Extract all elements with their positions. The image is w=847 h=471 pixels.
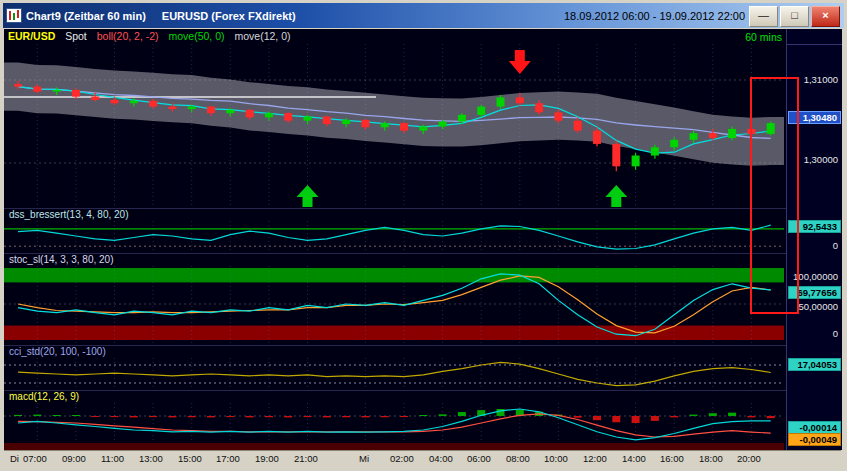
cci-chart[interactable] bbox=[4, 358, 784, 390]
axis-value: -0,00049 bbox=[788, 433, 841, 446]
window-title: Chart9 (Zeitbar 60 min) bbox=[26, 10, 146, 22]
annotation-rectangle[interactable] bbox=[750, 77, 799, 314]
panel-label-stoc: stoc_sl(14, 3, 3, 80, 20) bbox=[4, 253, 789, 266]
time-axis-label: 08:00 bbox=[506, 453, 530, 464]
time-axis-label: 07:00 bbox=[23, 453, 47, 464]
buy-arrow-icon bbox=[605, 185, 627, 207]
axis-value: 0 bbox=[788, 328, 841, 340]
stochastic-chart[interactable] bbox=[4, 266, 784, 345]
macd-chart[interactable] bbox=[4, 403, 784, 450]
minimize-button[interactable]: — bbox=[749, 6, 778, 27]
buy-arrow-icon bbox=[297, 185, 319, 207]
ma12-indicator-label: move(12, 0) bbox=[234, 30, 290, 42]
time-axis-label: 13:00 bbox=[139, 453, 163, 464]
ma50-indicator-label: move(50, 0) bbox=[169, 30, 225, 42]
symbol-label: EUR/USD bbox=[8, 30, 55, 42]
axis-value: 17,04053 bbox=[788, 358, 841, 371]
time-axis-label: 12:00 bbox=[583, 453, 607, 464]
panel-label-macd: macd(12, 26, 9) bbox=[4, 390, 789, 403]
time-axis-label: 21:00 bbox=[294, 453, 318, 464]
price-axis-header bbox=[787, 29, 842, 45]
dss-bressert-chart[interactable] bbox=[4, 221, 784, 253]
time-axis-label: 20:00 bbox=[737, 453, 761, 464]
time-axis-label: 16:00 bbox=[660, 453, 684, 464]
window-title-symbol: EURUSD (Forex FXdirekt) bbox=[162, 10, 296, 22]
bollinger-band bbox=[4, 63, 784, 166]
time-axis-label: 14:00 bbox=[622, 453, 646, 464]
date-range: 18.09.2012 06:00 - 19.09.2012 22:00 bbox=[564, 10, 745, 22]
maximize-button[interactable]: □ bbox=[780, 6, 809, 27]
macd-line bbox=[18, 409, 771, 440]
time-axis-label: 11:00 bbox=[101, 453, 124, 464]
grid bbox=[37, 221, 751, 253]
time-axis: Di07:0009:0011:0013:0015:0017:0019:0021:… bbox=[4, 450, 841, 467]
main-price-chart[interactable] bbox=[4, 44, 784, 208]
time-axis-label: 04:00 bbox=[429, 453, 453, 464]
timeframe-label: 60 mins bbox=[704, 31, 782, 43]
cci-line bbox=[18, 362, 771, 385]
sell-arrow-icon bbox=[509, 50, 531, 74]
app-icon bbox=[6, 8, 22, 23]
time-axis-label: Di bbox=[10, 453, 19, 464]
time-axis-label: 17:00 bbox=[216, 453, 240, 464]
time-axis-label: 02:00 bbox=[390, 453, 414, 464]
grid bbox=[37, 403, 751, 450]
time-axis-label: 19:00 bbox=[255, 453, 279, 464]
panel-label-cci: cci_std(20, 100, -100) bbox=[4, 345, 789, 358]
macd-bottom-zone bbox=[4, 443, 784, 450]
market-label: Spot bbox=[65, 30, 87, 42]
chart-window: Chart9 (Zeitbar 60 min) EURUSD (Forex FX… bbox=[0, 0, 847, 471]
time-axis-label: 15:00 bbox=[178, 453, 202, 464]
time-axis-label: 10:00 bbox=[544, 453, 568, 464]
close-button[interactable]: × bbox=[811, 6, 840, 27]
window-controls: — □ × bbox=[749, 6, 840, 27]
title-bar[interactable]: Chart9 (Zeitbar 60 min) EURUSD (Forex FX… bbox=[3, 3, 844, 28]
chart-legend: EUR/USD Spot boll(20, 2, -2) move(50, 0)… bbox=[8, 30, 298, 43]
time-axis-label: 09:00 bbox=[62, 453, 86, 464]
bollinger-indicator-label: boll(20, 2, -2) bbox=[97, 30, 159, 42]
panel-label-dss: dss_bressert(13, 4, 80, 20) bbox=[4, 208, 789, 221]
chart-client-area: EUR/USD Spot boll(20, 2, -2) move(50, 0)… bbox=[4, 29, 841, 450]
time-axis-label: 06:00 bbox=[467, 453, 491, 464]
time-axis-label: 18:00 bbox=[699, 453, 723, 464]
time-axis-label: Mi bbox=[359, 453, 369, 464]
